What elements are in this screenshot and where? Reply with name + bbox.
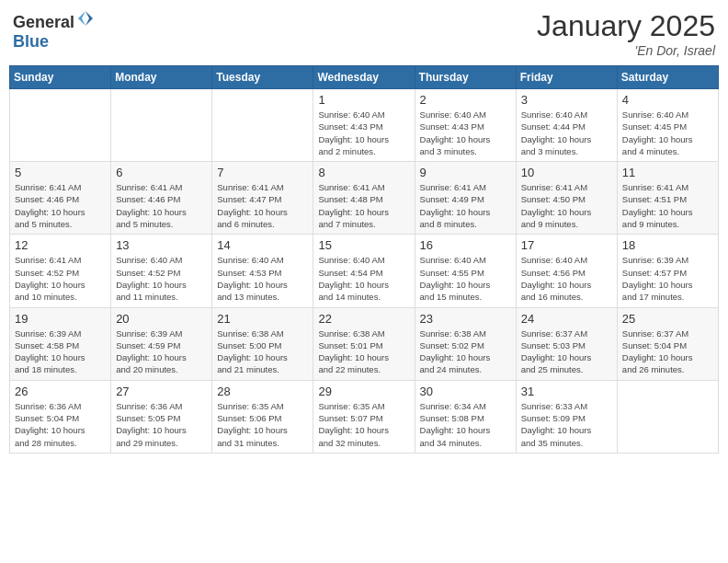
day-info: Sunrise: 6:37 AMSunset: 5:04 PMDaylight:… — [622, 327, 713, 376]
calendar-cell: 3Sunrise: 6:40 AMSunset: 4:44 PMDaylight… — [516, 89, 617, 162]
calendar-cell — [111, 89, 212, 162]
calendar-week-row: 12Sunrise: 6:41 AMSunset: 4:52 PMDayligh… — [10, 235, 719, 307]
calendar-cell: 24Sunrise: 6:37 AMSunset: 5:03 PMDayligh… — [516, 307, 617, 380]
day-number: 29 — [318, 385, 409, 398]
day-info: Sunrise: 6:40 AMSunset: 4:52 PMDaylight:… — [116, 254, 207, 303]
day-number: 24 — [521, 312, 612, 326]
day-number: 6 — [116, 166, 207, 179]
day-number: 22 — [318, 312, 409, 326]
weekday-header-monday: Monday — [111, 66, 212, 89]
weekday-header-thursday: Thursday — [415, 66, 516, 89]
day-number: 27 — [116, 385, 207, 398]
day-info: Sunrise: 6:41 AMSunset: 4:50 PMDaylight:… — [521, 181, 612, 230]
day-number: 19 — [15, 312, 106, 326]
day-number: 7 — [217, 166, 308, 179]
day-number: 31 — [521, 385, 612, 398]
day-number: 9 — [420, 166, 511, 179]
weekday-header-saturday: Saturday — [617, 66, 718, 89]
calendar-cell: 22Sunrise: 6:38 AMSunset: 5:01 PMDayligh… — [313, 307, 415, 380]
day-info: Sunrise: 6:39 AMSunset: 4:57 PMDaylight:… — [622, 254, 713, 303]
calendar-cell: 1Sunrise: 6:40 AMSunset: 4:43 PMDaylight… — [313, 89, 415, 162]
calendar-cell — [10, 89, 111, 162]
day-info: Sunrise: 6:38 AMSunset: 5:02 PMDaylight:… — [420, 327, 511, 376]
weekday-header-tuesday: Tuesday — [212, 66, 313, 89]
day-info: Sunrise: 6:35 AMSunset: 5:06 PMDaylight:… — [217, 400, 308, 449]
day-number: 10 — [521, 166, 612, 179]
calendar-cell: 11Sunrise: 6:41 AMSunset: 4:51 PMDayligh… — [617, 162, 718, 235]
calendar-cell: 8Sunrise: 6:41 AMSunset: 4:48 PMDaylight… — [313, 162, 415, 235]
day-info: Sunrise: 6:41 AMSunset: 4:49 PMDaylight:… — [420, 181, 511, 230]
day-number: 21 — [217, 312, 308, 326]
day-number: 18 — [622, 238, 713, 252]
day-number: 12 — [15, 238, 106, 252]
calendar-cell: 27Sunrise: 6:36 AMSunset: 5:05 PMDayligh… — [111, 380, 212, 453]
day-info: Sunrise: 6:36 AMSunset: 5:05 PMDaylight:… — [116, 400, 207, 449]
day-info: Sunrise: 6:40 AMSunset: 4:56 PMDaylight:… — [521, 254, 612, 303]
day-info: Sunrise: 6:37 AMSunset: 5:03 PMDaylight:… — [521, 327, 612, 376]
weekday-header-friday: Friday — [516, 66, 617, 89]
day-number: 28 — [217, 385, 308, 398]
day-info: Sunrise: 6:40 AMSunset: 4:53 PMDaylight:… — [217, 254, 308, 303]
calendar-cell: 26Sunrise: 6:36 AMSunset: 5:04 PMDayligh… — [10, 380, 111, 453]
day-number: 26 — [15, 385, 106, 398]
day-info: Sunrise: 6:41 AMSunset: 4:46 PMDaylight:… — [116, 181, 207, 230]
day-info: Sunrise: 6:39 AMSunset: 4:59 PMDaylight:… — [116, 327, 207, 376]
calendar-cell: 5Sunrise: 6:41 AMSunset: 4:46 PMDaylight… — [10, 162, 111, 235]
day-number: 4 — [622, 93, 713, 107]
weekday-header-sunday: Sunday — [10, 66, 111, 89]
day-number: 3 — [521, 93, 612, 107]
calendar-cell: 31Sunrise: 6:33 AMSunset: 5:09 PMDayligh… — [516, 380, 617, 453]
calendar-cell: 21Sunrise: 6:38 AMSunset: 5:00 PMDayligh… — [212, 307, 313, 380]
calendar-week-row: 5Sunrise: 6:41 AMSunset: 4:46 PMDaylight… — [10, 162, 719, 235]
day-info: Sunrise: 6:41 AMSunset: 4:51 PMDaylight:… — [622, 181, 713, 230]
day-number: 15 — [318, 238, 409, 252]
day-info: Sunrise: 6:40 AMSunset: 4:54 PMDaylight:… — [318, 254, 409, 303]
calendar-cell: 15Sunrise: 6:40 AMSunset: 4:54 PMDayligh… — [313, 235, 415, 307]
day-number: 5 — [15, 166, 106, 179]
day-info: Sunrise: 6:41 AMSunset: 4:47 PMDaylight:… — [217, 181, 308, 230]
weekday-header-row: SundayMondayTuesdayWednesdayThursdayFrid… — [10, 66, 719, 89]
day-number: 16 — [420, 238, 511, 252]
logo: General Blue — [13, 9, 95, 52]
calendar-cell: 18Sunrise: 6:39 AMSunset: 4:57 PMDayligh… — [617, 235, 718, 307]
calendar-week-row: 19Sunrise: 6:39 AMSunset: 4:58 PMDayligh… — [10, 307, 719, 380]
day-info: Sunrise: 6:41 AMSunset: 4:52 PMDaylight:… — [15, 254, 106, 303]
calendar-table: SundayMondayTuesdayWednesdayThursdayFrid… — [9, 65, 719, 454]
day-info: Sunrise: 6:41 AMSunset: 4:46 PMDaylight:… — [15, 181, 106, 230]
calendar-cell — [212, 89, 313, 162]
day-number: 11 — [622, 166, 713, 179]
day-info: Sunrise: 6:40 AMSunset: 4:55 PMDaylight:… — [420, 254, 511, 303]
calendar-cell: 23Sunrise: 6:38 AMSunset: 5:02 PMDayligh… — [415, 307, 516, 380]
calendar-cell: 19Sunrise: 6:39 AMSunset: 4:58 PMDayligh… — [10, 307, 111, 380]
calendar-cell: 16Sunrise: 6:40 AMSunset: 4:55 PMDayligh… — [415, 235, 516, 307]
calendar-cell: 25Sunrise: 6:37 AMSunset: 5:04 PMDayligh… — [617, 307, 718, 380]
day-info: Sunrise: 6:38 AMSunset: 5:01 PMDaylight:… — [318, 327, 409, 376]
day-info: Sunrise: 6:35 AMSunset: 5:07 PMDaylight:… — [318, 400, 409, 449]
day-number: 20 — [116, 312, 207, 326]
title-block: January 2025 'En Dor, Israel — [537, 9, 715, 58]
month-year-title: January 2025 — [537, 9, 715, 43]
calendar-cell: 29Sunrise: 6:35 AMSunset: 5:07 PMDayligh… — [313, 380, 415, 453]
day-info: Sunrise: 6:40 AMSunset: 4:44 PMDaylight:… — [521, 109, 612, 157]
calendar-cell: 7Sunrise: 6:41 AMSunset: 4:47 PMDaylight… — [212, 162, 313, 235]
calendar-cell: 14Sunrise: 6:40 AMSunset: 4:53 PMDayligh… — [212, 235, 313, 307]
day-info: Sunrise: 6:40 AMSunset: 4:43 PMDaylight:… — [420, 109, 511, 157]
day-info: Sunrise: 6:36 AMSunset: 5:04 PMDaylight:… — [15, 400, 106, 449]
logo-general: General — [13, 13, 74, 31]
calendar-cell — [617, 380, 718, 453]
day-number: 17 — [521, 238, 612, 252]
calendar-cell: 30Sunrise: 6:34 AMSunset: 5:08 PMDayligh… — [415, 380, 516, 453]
day-info: Sunrise: 6:39 AMSunset: 4:58 PMDaylight:… — [15, 327, 106, 376]
svg-marker-1 — [78, 11, 85, 26]
calendar-cell: 28Sunrise: 6:35 AMSunset: 5:06 PMDayligh… — [212, 380, 313, 453]
page-header: General Blue January 2025 'En Dor, Israe… — [9, 9, 719, 58]
day-number: 14 — [217, 238, 308, 252]
day-info: Sunrise: 6:40 AMSunset: 4:43 PMDaylight:… — [318, 109, 409, 157]
day-info: Sunrise: 6:34 AMSunset: 5:08 PMDaylight:… — [420, 400, 511, 449]
calendar-cell: 4Sunrise: 6:40 AMSunset: 4:45 PMDaylight… — [617, 89, 718, 162]
calendar-cell: 17Sunrise: 6:40 AMSunset: 4:56 PMDayligh… — [516, 235, 617, 307]
day-info: Sunrise: 6:41 AMSunset: 4:48 PMDaylight:… — [318, 181, 409, 230]
calendar-cell: 10Sunrise: 6:41 AMSunset: 4:50 PMDayligh… — [516, 162, 617, 235]
day-info: Sunrise: 6:38 AMSunset: 5:00 PMDaylight:… — [217, 327, 308, 376]
day-number: 30 — [420, 385, 511, 398]
